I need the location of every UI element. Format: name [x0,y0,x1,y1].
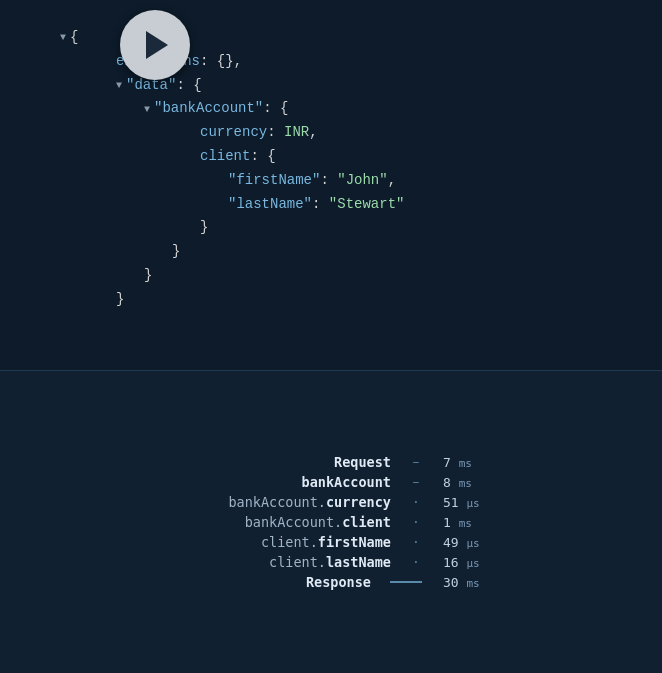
timing-value-lastname: 16 μs [441,555,491,570]
timing-row-currency: bankAccount.currency · 51 μs [171,494,491,510]
timing-sep-response [371,575,441,590]
timing-label-currency: bankAccount.currency [191,494,391,510]
play-button-container [120,10,190,80]
timing-label-lastname: client.lastName [191,554,391,570]
timing-value-currency: 51 μs [441,495,491,510]
timing-value-bankaccount: 8 ms [441,475,491,490]
timing-label-response: Response [171,574,371,590]
timing-value-client: 1 ms [441,515,491,530]
timing-label-bankaccount: bankAccount [191,474,391,490]
timing-sep-lastname: · [391,555,441,570]
json-line-client: client : { [60,145,642,169]
timing-panel: Request – 7 ms bankAccount – 8 ms [0,370,662,673]
timing-row-bankaccount: bankAccount – 8 ms [171,474,491,490]
json-line-lastname: "lastName" : "Stewart" [60,193,642,217]
timing-row-request: Request – 7 ms [171,454,491,470]
timing-sep-bankaccount: – [391,475,441,490]
timing-row-lastname: client.lastName · 16 μs [171,554,491,570]
json-panel: ▼ { extensions : {} , ▼ "data" : { ▼ "ba… [0,0,662,370]
timing-sep-client: · [391,515,441,530]
timing-label-client: bankAccount.client [191,514,391,530]
timing-sep-currency: · [391,495,441,510]
timing-row-client: bankAccount.client · 1 ms [171,514,491,530]
json-code: ▼ { extensions : {} , ▼ "data" : { ▼ "ba… [20,16,642,312]
json-line-client-close: } [60,216,642,240]
timing-value-firstname: 49 μs [441,535,491,550]
timing-label-request: Request [191,454,391,470]
timing-row-response: Response 30 ms [171,574,491,590]
json-line-currency: currency : INR , [60,121,642,145]
timing-label-firstname: client.firstName [191,534,391,550]
timing-value-request: 7 ms [441,455,491,470]
json-line-bankaccount: ▼ "bankAccount" : { [60,97,642,121]
timing-sep-firstname: · [391,535,441,550]
timing-sep-request: – [391,455,441,470]
timing-value-response: 30 ms [441,575,491,590]
timing-row-firstname: client.firstName · 49 μs [171,534,491,550]
json-line-data-close: } [60,264,642,288]
arrow-icon: ▼ [60,29,66,46]
response-line [390,581,422,583]
timing-table: Request – 7 ms bankAccount – 8 ms [171,454,491,590]
json-line-firstname: "firstName" : "John" , [60,169,642,193]
arrow-bankaccount-icon: ▼ [144,101,150,118]
json-line-bankaccount-close: } [60,240,642,264]
play-button[interactable] [120,10,190,80]
json-line-root-close: } [60,288,642,312]
play-icon [146,31,168,59]
